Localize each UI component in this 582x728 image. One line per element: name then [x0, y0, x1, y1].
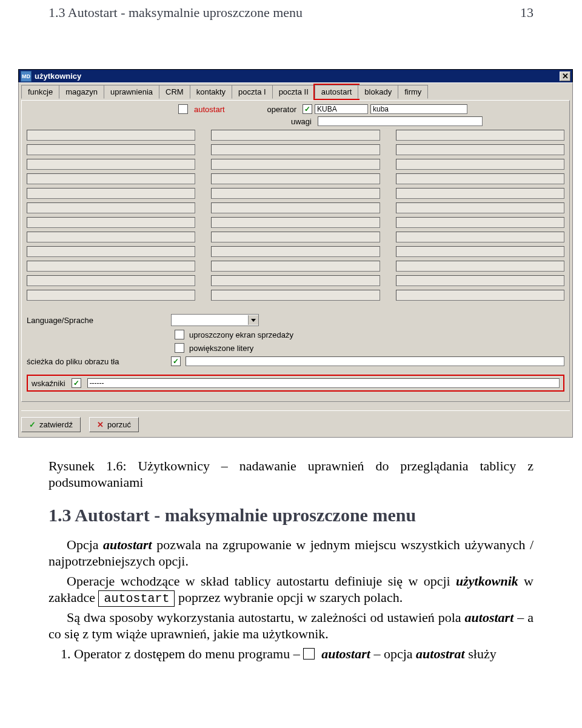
opt-simplified-label: uproszczony ekran sprzedaży — [189, 330, 293, 339]
tab-blokady[interactable]: blokady — [358, 85, 398, 99]
confirm-button-label: zatwierdź — [39, 420, 73, 429]
wskazniki-row: wskaźniki ✓ ------ — [27, 375, 564, 392]
operator-check[interactable]: ✓ — [303, 104, 312, 114]
tab-uprawnienia[interactable]: uprawnienia — [104, 85, 159, 99]
tab-crm[interactable]: CRM — [159, 85, 190, 99]
autostart-grid — [27, 130, 564, 301]
slot[interactable] — [211, 159, 380, 170]
slot[interactable] — [211, 202, 380, 213]
opt-bigletters-checkbox[interactable] — [175, 343, 184, 353]
slot[interactable] — [211, 188, 380, 199]
uwagi-label: uwagi — [291, 117, 312, 126]
wskazniki-label: wskaźniki — [32, 379, 65, 388]
slot[interactable] — [27, 144, 195, 155]
slot[interactable] — [211, 217, 380, 228]
header-left: 1.3 Autostart - maksymalnie uproszczone … — [48, 5, 303, 21]
slot[interactable] — [211, 144, 380, 155]
slot[interactable] — [396, 275, 564, 286]
page-header: 1.3 Autostart - maksymalnie uproszczone … — [48, 0, 534, 21]
slot[interactable] — [211, 261, 380, 272]
slot[interactable] — [27, 232, 195, 242]
tab-poczta1[interactable]: poczta I — [232, 85, 273, 99]
titlebar: MD użytkownicy ✕ — [18, 69, 573, 82]
header-page-number: 13 — [520, 5, 534, 21]
tab-poczta2[interactable]: poczta II — [272, 85, 315, 99]
slot[interactable] — [27, 275, 195, 286]
section-heading: 1.3 Autostart - maksymalnie uproszczone … — [48, 504, 534, 527]
autostart-checkbox-label: autostart — [194, 105, 225, 114]
article-body: Rysunek 1.6: Użytkownicy – nadawanie upr… — [48, 458, 534, 663]
language-label: Language/Sprache — [27, 316, 166, 325]
app-icon: MD — [21, 71, 32, 82]
close-icon: ✕ — [97, 420, 104, 429]
slot[interactable] — [27, 188, 195, 199]
uwagi-field[interactable] — [318, 116, 483, 126]
slot[interactable] — [396, 202, 564, 213]
tab-magazyn[interactable]: magazyn — [59, 85, 104, 99]
slot[interactable] — [396, 290, 564, 301]
bgpath-field[interactable] — [186, 356, 564, 366]
list-item-1: 1. Operator z dostępem do menu programu … — [61, 646, 534, 663]
operator-label: operator — [267, 105, 296, 114]
figure-caption: Rysunek 1.6: Użytkownicy – nadawanie upr… — [48, 458, 534, 491]
tab-funkcje[interactable]: funkcje — [21, 85, 59, 99]
bgpath-label: ścieżka do pliku obrazu tła — [27, 357, 166, 366]
wskazniki-check[interactable]: ✓ — [72, 378, 81, 388]
window-client: funkcje magazyn uprawnienia CRM kontakty… — [18, 82, 573, 438]
inline-tab-box: autostart — [98, 590, 175, 607]
slot[interactable] — [396, 246, 564, 257]
slot[interactable] — [27, 130, 195, 141]
slot[interactable] — [27, 159, 195, 170]
checkbox-glyph — [303, 648, 315, 660]
opt-simplified-checkbox[interactable] — [175, 330, 184, 339]
paragraph-1: Opcja autostart pozwala na zgrupowanie w… — [48, 537, 534, 570]
slot[interactable] — [27, 290, 195, 301]
slot[interactable] — [211, 290, 380, 301]
slot[interactable] — [27, 202, 195, 213]
tab-autostart[interactable]: autostart — [315, 85, 359, 99]
autostart-checkbox[interactable] — [178, 104, 188, 114]
slot[interactable] — [396, 232, 564, 242]
tab-kontakty[interactable]: kontakty — [190, 85, 232, 99]
slot[interactable] — [211, 173, 380, 184]
chevron-down-icon[interactable] — [248, 315, 258, 325]
operator-name-field[interactable]: kuba — [370, 104, 467, 114]
slot[interactable] — [396, 261, 564, 272]
slot[interactable] — [211, 246, 380, 257]
slot[interactable] — [27, 246, 195, 257]
slot[interactable] — [396, 217, 564, 228]
paragraph-3: Są dwa sposoby wykorzystania autostartu,… — [48, 610, 534, 643]
close-icon[interactable]: ✕ — [560, 72, 570, 81]
slot[interactable] — [396, 188, 564, 199]
cancel-button-label: porzuć — [107, 420, 131, 429]
application-window: MD użytkownicy ✕ funkcje magazyn uprawni… — [18, 69, 573, 438]
slot[interactable] — [211, 275, 380, 286]
language-dropdown[interactable] — [171, 314, 259, 326]
tab-firmy[interactable]: firmy — [398, 85, 428, 99]
paragraph-2: Operacje wchodzące w skład tablicy autos… — [48, 573, 534, 606]
opt-bigletters-label: powiększone litery — [189, 344, 253, 353]
slot[interactable] — [27, 261, 195, 272]
check-icon: ✓ — [29, 420, 36, 429]
button-bar: ✓ zatwierdź ✕ porzuć — [21, 410, 570, 432]
slot[interactable] — [396, 173, 564, 184]
wskazniki-field[interactable]: ------ — [87, 378, 560, 388]
slot[interactable] — [396, 159, 564, 170]
operator-code-field[interactable]: KUBA — [315, 104, 368, 114]
slot[interactable] — [211, 130, 380, 141]
slot[interactable] — [211, 232, 380, 242]
tab-strip: funkcje magazyn uprawnienia CRM kontakty… — [21, 85, 570, 99]
confirm-button[interactable]: ✓ zatwierdź — [21, 417, 81, 432]
slot[interactable] — [27, 173, 195, 184]
slot[interactable] — [27, 217, 195, 228]
cancel-button[interactable]: ✕ porzuć — [89, 417, 139, 432]
slot[interactable] — [396, 130, 564, 141]
slot[interactable] — [396, 144, 564, 155]
window-title: użytkownicy — [35, 72, 81, 81]
bgpath-check[interactable]: ✓ — [171, 356, 181, 366]
tab-panel: autostart operator ✓ KUBA kuba uwagi — [21, 100, 570, 402]
